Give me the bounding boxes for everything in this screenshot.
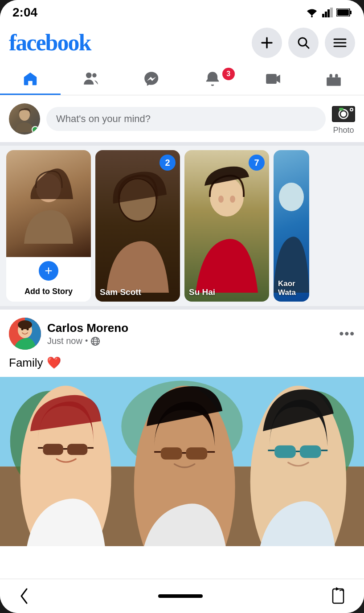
post-separator: • [85, 336, 88, 346]
post-header: Carlos Moreno Just now • ••• [0, 310, 364, 354]
tab-messenger[interactable] [121, 64, 182, 95]
facebook-logo: facebook [9, 31, 90, 54]
wifi-icon [305, 8, 319, 17]
svg-line-11 [306, 45, 309, 48]
post-text: Family ❤️ [0, 354, 364, 377]
story-add-image-top: + [6, 150, 91, 273]
svg-rect-17 [266, 74, 277, 84]
status-time: 2:04 [12, 5, 37, 20]
post-avatar[interactable] [9, 318, 41, 350]
story-su-hai[interactable]: 7 Su Hai [184, 150, 269, 302]
scroll-area[interactable]: What's on your mind? Photo [0, 95, 364, 579]
svg-point-0 [311, 16, 313, 17]
back-button[interactable] [18, 587, 30, 605]
story-name-su: Su Hai [189, 287, 215, 297]
header-actions [252, 28, 355, 58]
svg-point-16 [92, 73, 97, 78]
story-count-badge-su: 7 [249, 155, 265, 171]
svg-point-37 [21, 328, 24, 331]
svg-rect-24 [339, 108, 344, 110]
current-user-avatar [9, 103, 40, 135]
story-name-sam: Sam Scott [100, 287, 141, 297]
story-name-kaor: Kaor Wata [278, 279, 309, 297]
phone-frame: 2:04 facebook [0, 0, 364, 613]
signal-icon [322, 8, 333, 17]
svg-point-32 [279, 183, 304, 211]
photo-label: Photo [333, 126, 354, 135]
nav-tabs: 3 [0, 64, 364, 95]
post-input[interactable]: What's on your mind? [46, 107, 326, 131]
svg-point-23 [341, 111, 346, 117]
svg-point-30 [218, 196, 224, 203]
post-avatar-image [9, 318, 41, 350]
tab-video[interactable] [243, 64, 303, 95]
story-add-card[interactable]: + Add to Story [6, 150, 91, 302]
stories-container: + Add to Story 2 Sam [0, 146, 364, 310]
home-indicator[interactable] [158, 594, 203, 598]
photo-button[interactable]: Photo [332, 102, 355, 135]
svg-rect-58 [161, 447, 182, 459]
battery-icon [336, 8, 352, 16]
tab-home[interactable] [0, 64, 61, 95]
post-card: Carlos Moreno Just now • ••• [0, 310, 364, 546]
globe-icon [90, 336, 100, 346]
svg-rect-4 [330, 8, 333, 17]
story-sam-scott[interactable]: 2 Sam Scott [95, 150, 180, 302]
online-indicator [32, 126, 39, 133]
svg-rect-7 [337, 9, 349, 16]
svg-point-31 [230, 196, 235, 203]
status-icons [305, 8, 352, 17]
tab-friends[interactable] [61, 64, 121, 95]
story-kaor[interactable]: Kaor Wata [274, 150, 309, 302]
svg-rect-66 [300, 445, 321, 458]
add-button[interactable] [252, 28, 282, 58]
svg-rect-6 [350, 11, 352, 14]
post-image[interactable] [0, 377, 364, 546]
photo-icon [332, 102, 355, 124]
post-meta: Just now • [47, 336, 333, 346]
create-post-area: What's on your mind? Photo [0, 95, 364, 146]
rotate-button[interactable] [330, 587, 346, 605]
notification-badge: 3 [222, 68, 235, 80]
post-author: Carlos Moreno [47, 321, 333, 335]
post-time: Just now [47, 336, 82, 346]
search-button[interactable] [288, 28, 319, 58]
svg-point-36 [18, 320, 32, 329]
svg-rect-2 [325, 12, 327, 17]
tab-marketplace[interactable] [303, 64, 364, 95]
svg-rect-18 [327, 78, 341, 86]
post-more-button[interactable]: ••• [339, 327, 355, 341]
svg-rect-70 [333, 589, 344, 603]
svg-rect-52 [67, 444, 87, 455]
status-bar: 2:04 [0, 0, 364, 23]
bottom-nav [0, 579, 364, 613]
tab-notifications[interactable]: 3 [182, 64, 243, 95]
svg-rect-3 [327, 9, 330, 17]
svg-rect-59 [186, 447, 208, 459]
post-info: Carlos Moreno Just now • [47, 321, 333, 346]
svg-point-15 [86, 73, 92, 78]
menu-button[interactable] [325, 28, 355, 58]
svg-point-38 [27, 328, 29, 331]
story-add-button[interactable]: + [37, 259, 60, 282]
header: facebook [0, 23, 364, 64]
svg-rect-65 [274, 445, 296, 458]
story-count-badge-sam: 2 [160, 155, 176, 171]
svg-rect-51 [43, 444, 63, 455]
svg-rect-1 [322, 14, 324, 17]
